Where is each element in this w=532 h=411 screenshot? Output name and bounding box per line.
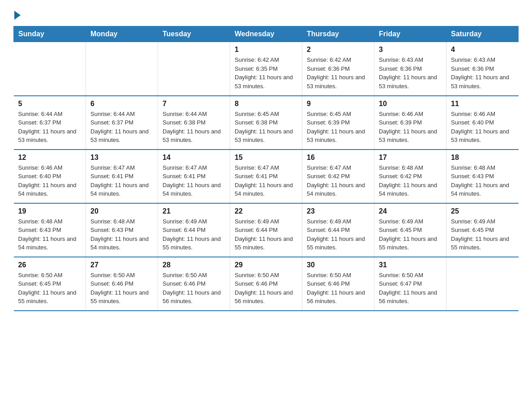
day-number: 14 bbox=[163, 154, 225, 162]
day-info: Sunrise: 6:50 AM Sunset: 6:46 PM Dayligh… bbox=[163, 271, 225, 306]
day-info: Sunrise: 6:48 AM Sunset: 6:43 PM Dayligh… bbox=[18, 217, 82, 252]
day-info: Sunrise: 6:46 AM Sunset: 6:40 PM Dayligh… bbox=[18, 163, 82, 198]
header-cell-thursday: Thursday bbox=[302, 26, 374, 42]
day-cell: 31Sunrise: 6:50 AM Sunset: 6:47 PM Dayli… bbox=[374, 257, 446, 311]
day-number: 10 bbox=[379, 100, 442, 108]
day-number: 12 bbox=[18, 154, 82, 162]
day-cell bbox=[158, 42, 230, 96]
calendar-body: 1Sunrise: 6:42 AM Sunset: 6:35 PM Daylig… bbox=[14, 42, 519, 311]
day-info: Sunrise: 6:44 AM Sunset: 6:37 PM Dayligh… bbox=[90, 110, 153, 145]
day-info: Sunrise: 6:45 AM Sunset: 6:39 PM Dayligh… bbox=[307, 110, 369, 145]
day-cell: 12Sunrise: 6:46 AM Sunset: 6:40 PM Dayli… bbox=[14, 150, 86, 203]
week-row-3: 12Sunrise: 6:46 AM Sunset: 6:40 PM Dayli… bbox=[14, 150, 519, 203]
day-cell: 1Sunrise: 6:42 AM Sunset: 6:35 PM Daylig… bbox=[230, 42, 302, 96]
calendar-table: SundayMondayTuesdayWednesdayThursdayFrid… bbox=[13, 26, 519, 311]
calendar-header: SundayMondayTuesdayWednesdayThursdayFrid… bbox=[14, 26, 519, 42]
day-info: Sunrise: 6:50 AM Sunset: 6:47 PM Dayligh… bbox=[379, 271, 442, 306]
day-cell: 21Sunrise: 6:49 AM Sunset: 6:44 PM Dayli… bbox=[158, 203, 230, 257]
day-cell: 11Sunrise: 6:46 AM Sunset: 6:40 PM Dayli… bbox=[446, 96, 519, 150]
day-info: Sunrise: 6:46 AM Sunset: 6:39 PM Dayligh… bbox=[379, 110, 442, 145]
day-info: Sunrise: 6:42 AM Sunset: 6:35 PM Dayligh… bbox=[235, 56, 297, 90]
day-info: Sunrise: 6:49 AM Sunset: 6:45 PM Dayligh… bbox=[451, 217, 514, 252]
day-cell: 29Sunrise: 6:50 AM Sunset: 6:46 PM Dayli… bbox=[230, 257, 302, 311]
day-number: 9 bbox=[307, 100, 369, 108]
day-number: 30 bbox=[307, 261, 369, 269]
day-cell: 2Sunrise: 6:42 AM Sunset: 6:36 PM Daylig… bbox=[302, 42, 374, 96]
day-cell bbox=[446, 257, 519, 311]
day-cell: 22Sunrise: 6:49 AM Sunset: 6:44 PM Dayli… bbox=[230, 203, 302, 257]
day-number: 7 bbox=[163, 100, 225, 108]
day-info: Sunrise: 6:47 AM Sunset: 6:41 PM Dayligh… bbox=[163, 163, 225, 198]
day-cell: 10Sunrise: 6:46 AM Sunset: 6:39 PM Dayli… bbox=[374, 96, 446, 150]
day-cell bbox=[14, 42, 86, 96]
day-info: Sunrise: 6:48 AM Sunset: 6:43 PM Dayligh… bbox=[90, 217, 153, 252]
day-cell: 15Sunrise: 6:47 AM Sunset: 6:41 PM Dayli… bbox=[230, 150, 302, 203]
day-number: 4 bbox=[451, 46, 514, 54]
day-cell: 7Sunrise: 6:44 AM Sunset: 6:38 PM Daylig… bbox=[158, 96, 230, 150]
day-info: Sunrise: 6:48 AM Sunset: 6:42 PM Dayligh… bbox=[379, 163, 442, 198]
logo-arrow-icon bbox=[14, 11, 21, 20]
day-cell: 23Sunrise: 6:49 AM Sunset: 6:44 PM Dayli… bbox=[302, 203, 374, 257]
day-cell: 13Sunrise: 6:47 AM Sunset: 6:41 PM Dayli… bbox=[86, 150, 158, 203]
day-cell: 24Sunrise: 6:49 AM Sunset: 6:45 PM Dayli… bbox=[374, 203, 446, 257]
day-number: 25 bbox=[451, 207, 514, 215]
day-number: 1 bbox=[235, 46, 297, 54]
day-number: 21 bbox=[163, 207, 225, 215]
day-number: 24 bbox=[379, 207, 442, 215]
day-cell: 19Sunrise: 6:48 AM Sunset: 6:43 PM Dayli… bbox=[14, 203, 86, 257]
header-cell-friday: Friday bbox=[374, 26, 446, 42]
header-cell-saturday: Saturday bbox=[446, 26, 519, 42]
logo bbox=[13, 9, 21, 17]
day-number: 5 bbox=[18, 100, 82, 108]
day-number: 2 bbox=[307, 46, 369, 54]
header-cell-sunday: Sunday bbox=[14, 26, 86, 42]
week-row-4: 19Sunrise: 6:48 AM Sunset: 6:43 PM Dayli… bbox=[14, 203, 519, 257]
day-info: Sunrise: 6:45 AM Sunset: 6:38 PM Dayligh… bbox=[235, 110, 297, 145]
header-cell-wednesday: Wednesday bbox=[230, 26, 302, 42]
week-row-5: 26Sunrise: 6:50 AM Sunset: 6:45 PM Dayli… bbox=[14, 257, 519, 311]
day-cell: 28Sunrise: 6:50 AM Sunset: 6:46 PM Dayli… bbox=[158, 257, 230, 311]
day-cell: 20Sunrise: 6:48 AM Sunset: 6:43 PM Dayli… bbox=[86, 203, 158, 257]
day-cell: 25Sunrise: 6:49 AM Sunset: 6:45 PM Dayli… bbox=[446, 203, 519, 257]
day-number: 23 bbox=[307, 207, 369, 215]
week-row-2: 5Sunrise: 6:44 AM Sunset: 6:37 PM Daylig… bbox=[14, 96, 519, 150]
day-cell: 17Sunrise: 6:48 AM Sunset: 6:42 PM Dayli… bbox=[374, 150, 446, 203]
day-info: Sunrise: 6:44 AM Sunset: 6:38 PM Dayligh… bbox=[163, 110, 225, 145]
day-info: Sunrise: 6:50 AM Sunset: 6:46 PM Dayligh… bbox=[307, 271, 369, 306]
header-cell-monday: Monday bbox=[86, 26, 158, 42]
day-info: Sunrise: 6:48 AM Sunset: 6:43 PM Dayligh… bbox=[451, 163, 514, 198]
day-number: 18 bbox=[451, 154, 514, 162]
day-cell: 9Sunrise: 6:45 AM Sunset: 6:39 PM Daylig… bbox=[302, 96, 374, 150]
day-number: 19 bbox=[18, 207, 82, 215]
day-number: 27 bbox=[90, 261, 153, 269]
day-number: 29 bbox=[235, 261, 297, 269]
day-cell: 16Sunrise: 6:47 AM Sunset: 6:42 PM Dayli… bbox=[302, 150, 374, 203]
day-number: 16 bbox=[307, 154, 369, 162]
week-row-1: 1Sunrise: 6:42 AM Sunset: 6:35 PM Daylig… bbox=[14, 42, 519, 96]
day-number: 3 bbox=[379, 46, 442, 54]
day-number: 6 bbox=[90, 100, 153, 108]
day-number: 22 bbox=[235, 207, 297, 215]
day-number: 8 bbox=[235, 100, 297, 108]
day-cell: 3Sunrise: 6:43 AM Sunset: 6:36 PM Daylig… bbox=[374, 42, 446, 96]
day-cell: 30Sunrise: 6:50 AM Sunset: 6:46 PM Dayli… bbox=[302, 257, 374, 311]
day-cell: 8Sunrise: 6:45 AM Sunset: 6:38 PM Daylig… bbox=[230, 96, 302, 150]
day-cell: 4Sunrise: 6:43 AM Sunset: 6:36 PM Daylig… bbox=[446, 42, 519, 96]
day-info: Sunrise: 6:46 AM Sunset: 6:40 PM Dayligh… bbox=[451, 110, 514, 145]
day-number: 15 bbox=[235, 154, 297, 162]
day-info: Sunrise: 6:49 AM Sunset: 6:44 PM Dayligh… bbox=[163, 217, 225, 252]
day-number: 31 bbox=[379, 261, 442, 269]
header-cell-tuesday: Tuesday bbox=[158, 26, 230, 42]
day-info: Sunrise: 6:47 AM Sunset: 6:42 PM Dayligh… bbox=[307, 163, 369, 198]
day-info: Sunrise: 6:47 AM Sunset: 6:41 PM Dayligh… bbox=[90, 163, 153, 198]
day-cell: 18Sunrise: 6:48 AM Sunset: 6:43 PM Dayli… bbox=[446, 150, 519, 203]
day-cell: 26Sunrise: 6:50 AM Sunset: 6:45 PM Dayli… bbox=[14, 257, 86, 311]
day-info: Sunrise: 6:44 AM Sunset: 6:37 PM Dayligh… bbox=[18, 110, 82, 145]
day-info: Sunrise: 6:47 AM Sunset: 6:41 PM Dayligh… bbox=[235, 163, 297, 198]
day-number: 13 bbox=[90, 154, 153, 162]
day-cell: 27Sunrise: 6:50 AM Sunset: 6:46 PM Dayli… bbox=[86, 257, 158, 311]
day-number: 11 bbox=[451, 100, 514, 108]
day-info: Sunrise: 6:43 AM Sunset: 6:36 PM Dayligh… bbox=[451, 56, 514, 90]
day-info: Sunrise: 6:49 AM Sunset: 6:44 PM Dayligh… bbox=[235, 217, 297, 252]
day-cell bbox=[86, 42, 158, 96]
